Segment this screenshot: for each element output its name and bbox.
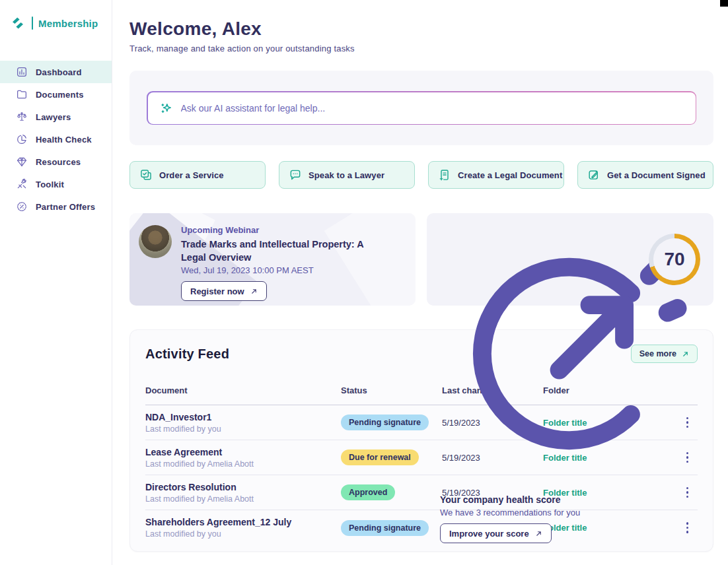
health-check-pie-icon (16, 133, 28, 145)
ai-assistant-panel (129, 71, 713, 145)
sidebar-item-label: Toolkit (36, 180, 64, 189)
order-a-service-button[interactable]: Order a Service (129, 161, 266, 189)
toolkit-tools-icon (16, 178, 28, 190)
column-header-status: Status (341, 385, 442, 395)
document-modified-by: Last modified by you (145, 529, 341, 539)
document-name: Shareholders Agreement_12 July (145, 517, 341, 527)
sidebar-item-dashboard[interactable]: Dashboard (0, 61, 112, 83)
membership-dashboard-screen: Membership Dashboard Documents (0, 0, 728, 565)
speak-lawyer-chat-icon (289, 168, 302, 182)
ai-assistant-input[interactable] (181, 103, 684, 114)
health-score-subtitle: We have 3 recommendations for you (440, 508, 700, 517)
quick-action-label: Get a Document Signed (607, 170, 706, 180)
brand-name: Membership (38, 18, 98, 29)
brand-logo-divider (32, 17, 33, 30)
health-gauge-icon (440, 475, 700, 486)
order-service-icon (139, 168, 153, 182)
sidebar-item-partner-offers[interactable]: Partner Offers (0, 195, 112, 218)
sidebar-item-lawyers[interactable]: Lawyers (0, 106, 112, 128)
upcoming-webinar-card: Upcoming Webinar Trade Marks and Intelle… (129, 213, 416, 306)
main-content: Welcome, Alex Track, manage and take act… (129, 0, 713, 565)
sidebar-nav: Dashboard Documents Lawyers (0, 61, 112, 218)
sidebar-item-health-check[interactable]: Health Check (0, 128, 112, 150)
document-modified-by: Last modified by you (145, 424, 341, 434)
sidebar-item-toolkit[interactable]: Toolkit (0, 173, 112, 195)
create-legal-document-button[interactable]: Create a Legal Document (428, 161, 564, 189)
info-cards-row: Upcoming Webinar Trade Marks and Intelle… (129, 213, 713, 306)
lawyers-scales-icon (16, 111, 28, 123)
webinar-datetime: Wed, Jul 19, 2023 10:00 PM AEST (181, 265, 386, 275)
sidebar-item-label: Health Check (36, 135, 92, 145)
arrow-up-right-icon (535, 530, 542, 537)
sidebar-item-resources[interactable]: Resources (0, 150, 112, 173)
sidebar-item-label: Documents (36, 90, 84, 100)
get-document-signed-button[interactable]: Get a Document Signed (577, 161, 713, 189)
page-subtitle: Track, manage and take action on your ou… (129, 44, 713, 53)
screenshot-edge-artifact (720, 0, 728, 7)
health-score-ring: 70 (649, 234, 700, 285)
status-badge: Pending signature (341, 415, 429, 430)
quick-action-label: Create a Legal Document (458, 170, 562, 180)
column-header-document: Document (145, 385, 341, 395)
document-modified-by: Last modified by Amelia Abott (145, 459, 341, 469)
status-badge: Due for renewal (341, 449, 419, 465)
health-score-title: Your company health score (440, 494, 700, 505)
ai-input-gradient-border (147, 91, 696, 125)
sidebar-item-label: Dashboard (36, 67, 82, 77)
document-signed-pen-icon (587, 168, 601, 182)
quick-actions-row: Order a Service Speak to a Lawyer (129, 161, 713, 189)
documents-icon (16, 88, 28, 100)
document-name: Directors Resolution (145, 482, 341, 492)
sidebar: Membership Dashboard Documents (0, 0, 112, 565)
sidebar-item-label: Resources (36, 157, 81, 167)
activity-feed-title: Activity Feed (145, 347, 229, 362)
status-badge: Approved (341, 484, 395, 500)
ai-input-container (148, 92, 696, 124)
health-score-value: 70 (664, 249, 684, 270)
sidebar-item-documents[interactable]: Documents (0, 83, 112, 106)
register-now-label: Register now (190, 286, 244, 296)
webinar-title: Trade Marks and Intellectual Property: A… (181, 238, 386, 264)
webinar-presenter-photo (139, 225, 172, 258)
improve-score-label: Improve your score (449, 529, 529, 539)
speak-to-a-lawyer-button[interactable]: Speak to a Lawyer (279, 161, 415, 189)
improve-your-score-button[interactable]: Improve your score (440, 523, 552, 543)
partner-offers-percent-icon (16, 201, 28, 213)
resources-gem-icon (16, 156, 28, 168)
document-modified-by: Last modified by Amelia Abott (145, 494, 341, 504)
webinar-eyebrow-label: Upcoming Webinar (181, 225, 386, 235)
dashboard-icon (16, 66, 28, 78)
quick-action-label: Order a Service (159, 170, 224, 180)
page-title: Welcome, Alex (129, 18, 713, 40)
brand-logo-icon (11, 16, 25, 30)
company-health-score-card: Your company health score We have 3 reco… (427, 213, 713, 306)
quick-action-label: Speak to a Lawyer (309, 170, 384, 180)
ai-sparkle-icon (160, 102, 173, 115)
register-now-button[interactable]: Register now (181, 281, 267, 301)
create-document-icon (438, 168, 451, 182)
sidebar-item-label: Lawyers (36, 112, 71, 122)
sidebar-item-label: Partner Offers (36, 202, 95, 212)
status-badge: Pending signature (341, 520, 429, 536)
brand-logo[interactable]: Membership (0, 0, 112, 30)
arrow-up-right-icon (250, 288, 258, 295)
document-name: NDA_Investor1 (145, 412, 341, 422)
document-name: Lease Agreement (145, 447, 341, 457)
webinar-card-content: Upcoming Webinar Trade Marks and Intelle… (181, 225, 386, 301)
health-score-ring-inner: 70 (653, 238, 696, 281)
